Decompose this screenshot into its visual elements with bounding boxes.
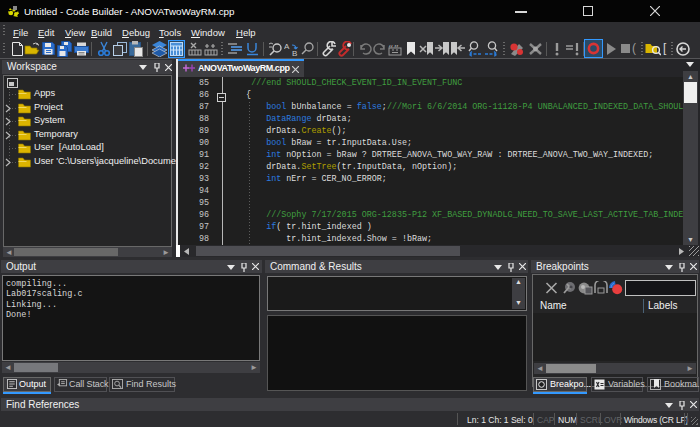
svg-text:B: B xyxy=(292,49,297,57)
svg-text:A: A xyxy=(284,42,290,51)
